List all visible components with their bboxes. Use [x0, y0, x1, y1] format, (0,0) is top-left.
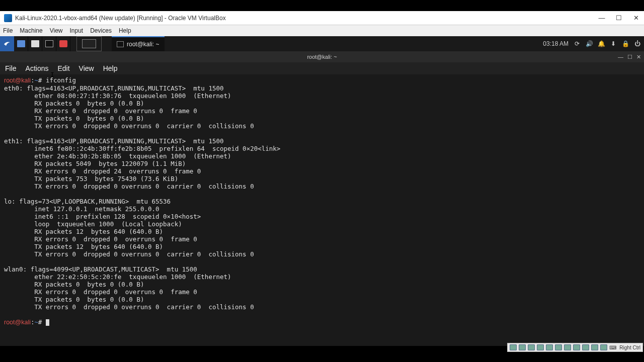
status-network-icon[interactable]	[537, 344, 544, 350]
status-audio-icon[interactable]	[528, 344, 535, 350]
terminal-title: root@kali: ~	[307, 54, 337, 60]
vbox-menu-machine[interactable]: Machine	[20, 27, 42, 34]
status-optical-icon[interactable]	[519, 344, 526, 350]
terminal-icon	[45, 40, 53, 47]
terminal-close-button[interactable]: ✕	[636, 54, 641, 60]
taskbar-item-label: root@kali: ~	[127, 41, 159, 48]
vbox-menubar: File Machine View Input Devices Help	[0, 25, 644, 36]
terminal-menu-actions[interactable]: Actions	[26, 64, 49, 72]
kali-taskbar-item-terminal[interactable]: root@kali: ~	[112, 36, 165, 51]
kali-launcher-home[interactable]	[14, 36, 28, 51]
terminal-icon	[117, 41, 124, 47]
terminal-body[interactable]: root@kali:~# ifconfig eth0: flags=4163<U…	[0, 74, 644, 346]
vbox-close-button[interactable]: ✕	[632, 14, 640, 22]
status-keyboard-icon[interactable]	[600, 344, 607, 350]
host-key-indicator-icon: ⌨	[609, 345, 616, 350]
network-icon[interactable]: ⟳	[574, 40, 581, 47]
status-usb-icon[interactable]	[546, 344, 553, 350]
files-icon	[31, 40, 39, 47]
vbox-minimize-button[interactable]: —	[598, 14, 606, 22]
kali-launcher-app[interactable]	[56, 36, 70, 51]
power-icon[interactable]: ⏻	[634, 40, 641, 47]
status-mouse-icon[interactable]	[591, 344, 598, 350]
terminal-menu-file[interactable]: File	[5, 64, 17, 72]
host-key-label: Right Ctrl	[619, 345, 640, 350]
kali-panel: root@kali: ~ 03:18 AM ⟳ 🔊 🔔 ⬇ 🔒 ⏻	[0, 36, 644, 51]
kali-app-menu-button[interactable]	[0, 36, 14, 51]
terminal-titlebar[interactable]: root@kali: ~ — ☐ ✕	[0, 51, 644, 62]
terminal-menu-help[interactable]: Help	[103, 64, 118, 72]
kali-launcher-files[interactable]	[28, 36, 42, 51]
vbox-window-title: Kali-Linux-2020.1-vbox-amd64 (New update…	[15, 15, 598, 22]
vbox-titlebar: Kali-Linux-2020.1-vbox-amd64 (New update…	[0, 11, 644, 25]
vbox-statusbar: ⌨ Right Ctrl	[507, 343, 643, 352]
terminal-menubar: File Actions Edit View Help	[0, 62, 644, 74]
status-shared-folders-icon[interactable]	[555, 344, 562, 350]
lock-icon[interactable]: 🔒	[622, 40, 629, 47]
volume-icon[interactable]: 🔊	[586, 40, 593, 47]
vbox-menu-input[interactable]: Input	[70, 27, 84, 34]
kali-workspace-switcher[interactable]	[76, 36, 102, 51]
updates-icon[interactable]: ⬇	[610, 40, 617, 47]
workspace-thumbnail	[82, 39, 96, 48]
folder-icon	[17, 40, 25, 47]
vbox-menu-view[interactable]: View	[50, 27, 63, 34]
status-hdd-icon[interactable]	[510, 344, 517, 350]
notifications-icon[interactable]: 🔔	[598, 40, 605, 47]
app-icon	[59, 40, 67, 47]
kali-dragon-icon	[3, 40, 11, 48]
vbox-menu-file[interactable]: File	[3, 27, 13, 34]
vbox-menu-help[interactable]: Help	[119, 27, 131, 34]
vbox-maximize-button[interactable]: ☐	[615, 14, 623, 22]
kali-clock[interactable]: 03:18 AM	[543, 40, 569, 47]
status-display-icon[interactable]	[564, 344, 571, 350]
terminal-menu-edit[interactable]: Edit	[57, 64, 69, 72]
virtualbox-app-icon	[4, 14, 12, 22]
terminal-menu-view[interactable]: View	[79, 64, 94, 72]
terminal-minimize-button[interactable]: —	[618, 54, 623, 60]
kali-launcher-terminal[interactable]	[42, 36, 56, 51]
vbox-menu-devices[interactable]: Devices	[90, 27, 112, 34]
status-cpu-icon[interactable]	[582, 344, 589, 350]
status-recording-icon[interactable]	[573, 344, 580, 350]
terminal-maximize-button[interactable]: ☐	[627, 54, 632, 60]
